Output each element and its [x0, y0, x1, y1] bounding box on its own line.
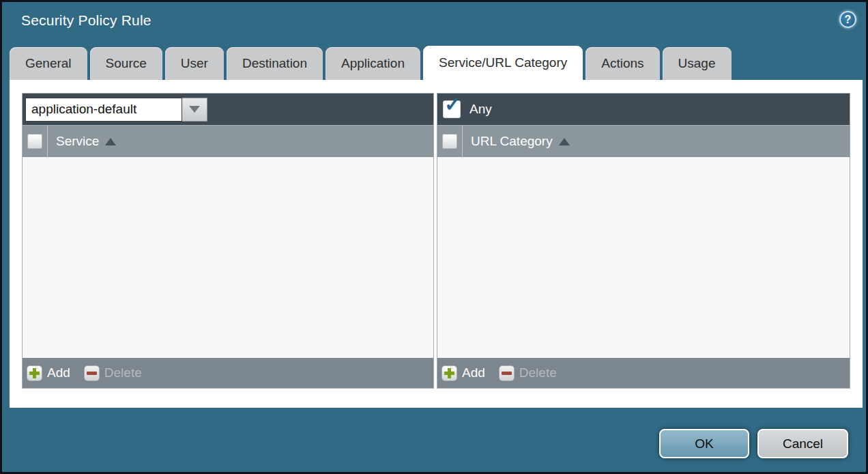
service-column-header[interactable]: Service: [56, 134, 99, 149]
url-category-delete-label: Delete: [519, 365, 557, 380]
service-toolbar: [23, 94, 433, 125]
chevron-down-icon: [189, 106, 200, 113]
dialog-title: Security Policy Rule: [21, 12, 151, 29]
minus-icon: [499, 365, 515, 381]
url-category-table-header: URL Category: [437, 125, 850, 157]
url-category-delete-button[interactable]: Delete: [499, 365, 557, 381]
service-delete-button[interactable]: Delete: [84, 365, 142, 381]
tab-bar: General Source User Destination Applicat…: [10, 46, 732, 80]
service-add-label: Add: [47, 365, 70, 380]
cancel-button[interactable]: Cancel: [757, 429, 848, 458]
plus-icon: [442, 365, 457, 381]
url-category-select-all-cell: [437, 126, 463, 157]
url-category-add-button[interactable]: Add: [442, 365, 485, 381]
plus-icon: [27, 365, 42, 381]
service-table-body: [23, 157, 433, 358]
tab-application[interactable]: Application: [326, 47, 420, 80]
service-select-all-cell: [23, 126, 48, 157]
checkmark-icon: ✓: [444, 94, 461, 115]
service-delete-label: Delete: [104, 365, 142, 380]
tab-service-url-category[interactable]: Service/URL Category: [423, 46, 583, 80]
url-category-column-header[interactable]: URL Category: [471, 134, 553, 149]
minus-icon: [84, 365, 100, 381]
service-panel: Service Add Delete: [22, 93, 434, 389]
tab-user[interactable]: User: [165, 47, 224, 80]
url-category-toolbar: ✓ Any: [437, 94, 850, 125]
tab-destination[interactable]: Destination: [227, 47, 323, 80]
any-label: Any: [469, 102, 492, 117]
url-category-table-body: [437, 157, 850, 358]
tab-source[interactable]: Source: [90, 47, 162, 80]
service-select-all-checkbox[interactable]: [27, 134, 42, 149]
url-category-panel: ✓ Any URL Category Add Delete: [437, 93, 850, 389]
url-category-select-all-checkbox[interactable]: [442, 134, 457, 149]
service-type-dropdown-button[interactable]: [182, 98, 207, 122]
url-category-footer: Add Delete: [437, 358, 850, 388]
tab-actions[interactable]: Actions: [585, 47, 659, 80]
service-table-header: Service: [23, 125, 433, 157]
service-type-dropdown: [25, 98, 207, 122]
sort-ascending-icon: [105, 138, 116, 145]
help-icon[interactable]: ?: [839, 11, 856, 28]
any-checkbox[interactable]: ✓: [443, 100, 461, 118]
url-category-add-label: Add: [462, 365, 485, 380]
tab-content: Service Add Delete ✓ Any URL: [10, 80, 863, 408]
sort-ascending-icon: [559, 138, 570, 145]
security-policy-rule-dialog: { "dialog": { "title": "Security Policy …: [0, 0, 868, 474]
tab-usage[interactable]: Usage: [663, 47, 732, 80]
service-type-input[interactable]: [25, 98, 182, 122]
service-footer: Add Delete: [23, 358, 433, 388]
service-add-button[interactable]: Add: [27, 365, 70, 381]
tab-general[interactable]: General: [10, 47, 87, 80]
ok-button[interactable]: OK: [659, 429, 749, 458]
